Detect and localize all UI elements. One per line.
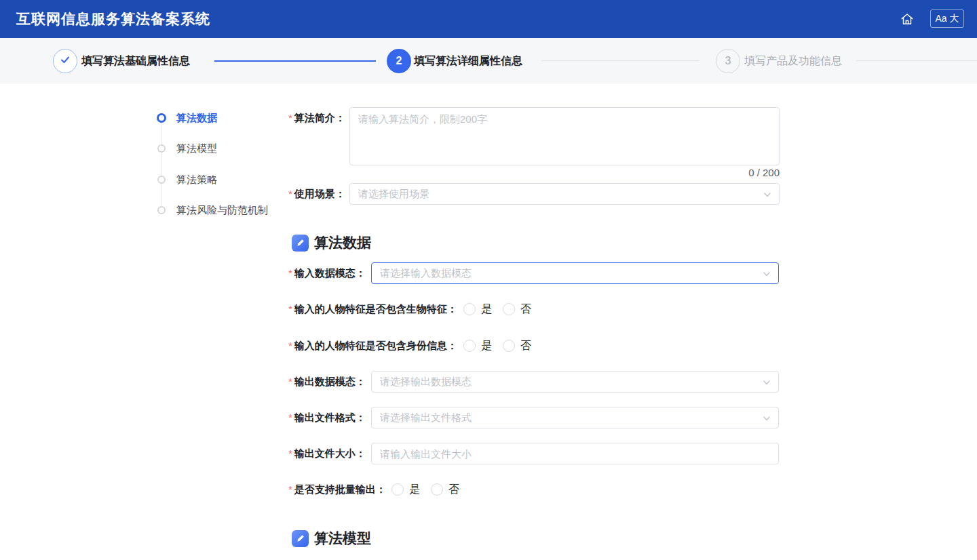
sidebar-dot[interactable] (157, 144, 166, 153)
scene-select-placeholder: 请选择使用场景 (358, 188, 429, 201)
required-asterisk: * (288, 188, 292, 199)
input-modality-select[interactable]: 请选择输入数据模态 (371, 262, 779, 284)
bio-feature-yes-radio[interactable] (463, 303, 476, 315)
app-title: 互联网信息服务算法备案系统 (16, 0, 210, 38)
section-title-algorithm-data: 算法数据 (314, 233, 371, 252)
step-3-label: 填写产品及功能信息 (744, 54, 842, 68)
sidebar-item-algorithm-data[interactable]: 算法数据 (176, 111, 217, 125)
field-label-identity-info: *输入的人物特征是否包含身份信息： (288, 339, 457, 353)
step-indicator: 填写算法基础属性信息 2 填写算法详细属性信息 3 填写产品及功能信息 (0, 38, 977, 84)
step-2-label[interactable]: 填写算法详细属性信息 (414, 54, 522, 68)
input-modality-placeholder: 请选择输入数据模态 (380, 267, 472, 280)
identity-info-no-label[interactable]: 否 (520, 339, 531, 353)
algorithm-filing-page: 互联网信息服务算法备案系统 Aa 大 填写算法基础属性信息 2 填写算法详细属性… (0, 0, 977, 560)
output-format-placeholder: 请选择输出文件格式 (380, 412, 472, 424)
intro-textarea[interactable] (349, 107, 780, 165)
step-1-circle[interactable] (53, 49, 77, 73)
step-connector-pending-2 (856, 60, 977, 61)
required-asterisk: * (288, 447, 292, 459)
step-1-label[interactable]: 填写算法基础属性信息 (81, 54, 190, 68)
chevron-down-icon (762, 378, 771, 390)
bio-feature-no-label[interactable]: 否 (520, 302, 531, 316)
step-2-number: 2 (396, 55, 402, 67)
field-label-intro: *算法简介： (288, 111, 345, 125)
batch-output-no-radio[interactable] (431, 483, 443, 496)
output-format-select[interactable]: 请选择输出文件格式 (371, 407, 779, 428)
required-asterisk: * (288, 340, 292, 351)
bio-feature-yes-label[interactable]: 是 (481, 302, 492, 316)
sidebar-item-algorithm-model[interactable]: 算法模型 (176, 142, 217, 155)
scene-select[interactable]: 请选择使用场景 (349, 183, 780, 205)
sidebar-item-algorithm-risk[interactable]: 算法风险与防范机制 (176, 203, 268, 217)
pen-icon (292, 235, 309, 252)
home-icon[interactable] (900, 12, 915, 26)
sidebar-dot[interactable] (157, 206, 166, 214)
section-title-algorithm-model: 算法模型 (314, 529, 371, 548)
required-asterisk: * (288, 412, 292, 423)
sidebar-item-algorithm-strategy[interactable]: 算法策略 (176, 173, 217, 186)
field-label-bio-feature: *输入的人物特征是否包含生物特征： (288, 302, 457, 316)
char-counter: 0 / 200 (349, 167, 780, 178)
required-asterisk: * (288, 112, 292, 123)
step-3-number: 3 (725, 55, 731, 67)
sidebar-dot-active[interactable] (157, 113, 166, 123)
identity-info-yes-radio[interactable] (463, 340, 476, 352)
app-header: 互联网信息服务算法备案系统 Aa 大 (0, 0, 977, 38)
batch-output-no-label[interactable]: 否 (448, 483, 459, 496)
identity-info-no-radio[interactable] (503, 340, 515, 352)
step-3-circle: 3 (716, 49, 740, 73)
pen-icon (292, 530, 309, 547)
required-asterisk: * (288, 267, 292, 279)
output-modality-placeholder: 请选择输出数据模态 (380, 376, 472, 388)
field-label-input-modality: *输入数据模态： (288, 266, 366, 280)
required-asterisk: * (288, 303, 292, 315)
chevron-down-icon (762, 414, 771, 426)
field-label-batch-output: *是否支持批量输出： (288, 483, 386, 496)
field-label-scene: *使用场景： (288, 187, 345, 201)
bio-feature-no-radio[interactable] (503, 303, 515, 315)
sidebar-dot[interactable] (157, 176, 166, 184)
sidebar-timeline (161, 122, 161, 207)
field-label-output-format: *输出文件格式： (288, 411, 366, 424)
chevron-down-icon (762, 269, 771, 281)
identity-info-yes-label[interactable]: 是 (481, 339, 492, 353)
output-size-input[interactable] (371, 443, 779, 464)
output-modality-select[interactable]: 请选择输出数据模态 (371, 371, 779, 393)
batch-output-yes-radio[interactable] (391, 483, 404, 496)
required-asterisk: * (288, 483, 292, 495)
step-connector-pending-1 (541, 60, 699, 61)
field-label-output-modality: *输出数据模态： (288, 375, 366, 388)
step-2-circle[interactable]: 2 (387, 49, 411, 73)
font-size-button[interactable]: Aa 大 (930, 9, 964, 28)
batch-output-yes-label[interactable]: 是 (409, 483, 420, 496)
check-icon (59, 54, 71, 68)
field-label-output-size: *输出文件大小： (288, 447, 366, 460)
required-asterisk: * (288, 376, 292, 387)
chevron-down-icon (763, 190, 772, 202)
step-connector-active (214, 60, 376, 62)
